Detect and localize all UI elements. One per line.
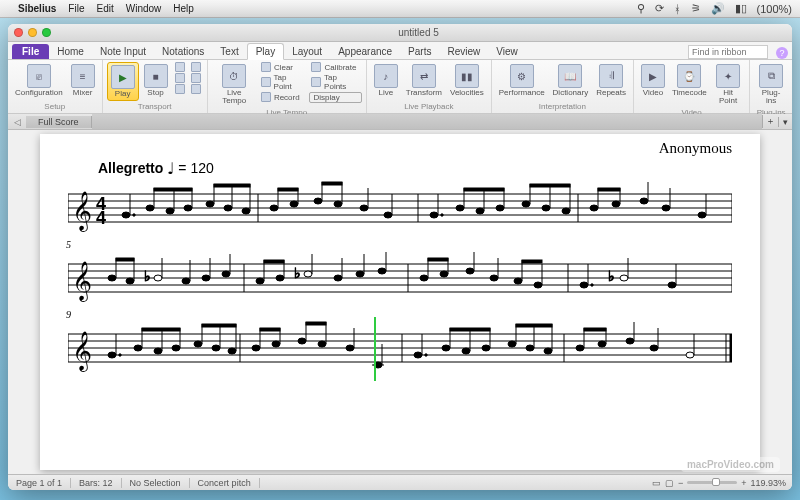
full-score-tab[interactable]: Full Score [26,116,92,128]
ribbon-tabs: File Home Note Input Notations Text Play… [8,42,792,60]
svg-point-44 [430,212,438,218]
wifi-icon[interactable]: ⚞ [691,2,701,15]
record-button[interactable]: Record [259,92,308,102]
page-icon[interactable]: ▢ [665,478,674,488]
repeats-button[interactable]: 𝄇Repeats [593,62,629,99]
fastfwd-button[interactable] [173,73,187,83]
ribbon-search-input[interactable] [688,45,768,59]
clear-button[interactable]: Clear [259,62,308,72]
live-playback-button[interactable]: ♪Live [371,62,401,99]
svg-point-120 [514,278,522,284]
bluetooth-icon[interactable]: ᚼ [674,3,681,15]
tap-point-button[interactable]: Tap Point [259,73,308,91]
rec-button[interactable] [189,84,203,94]
svg-text:♭: ♭ [144,268,151,284]
svg-text:♭: ♭ [294,265,301,281]
svg-point-89 [154,275,162,281]
group-transport: ▶Play ■Stop Transport [103,60,208,113]
svg-point-16 [146,205,154,211]
rewind-button[interactable] [173,62,187,72]
play-button[interactable]: ▶Play [107,62,139,101]
calibrate-button[interactable]: Calibrate [309,62,361,72]
tab-home[interactable]: Home [49,44,92,59]
svg-point-51 [496,205,504,211]
bar-number: 9 [66,309,71,320]
menu-app[interactable]: Sibelius [18,3,56,14]
staff-system-3: 9 𝄞 [68,320,732,378]
sync-icon[interactable]: ⟳ [655,2,664,15]
svg-point-152 [172,345,180,351]
svg-point-167 [298,338,306,344]
new-tab-button[interactable]: ＋ [762,115,778,128]
panorama-icon[interactable]: ▭ [652,478,661,488]
tab-play[interactable]: Play [247,43,284,60]
svg-rect-60 [530,184,570,187]
svg-point-68 [662,205,670,211]
display-button[interactable]: Display [309,92,361,103]
group-label: Live Playback [371,101,487,111]
menu-help[interactable]: Help [173,3,194,14]
menu-edit[interactable]: Edit [96,3,113,14]
status-selection: No Selection [122,478,190,488]
svg-text:𝄞: 𝄞 [72,191,92,232]
svg-point-56 [542,205,550,211]
transform-button[interactable]: ⇄Transform [403,62,445,99]
mixer-button[interactable]: ≡Mixer [68,62,98,99]
zoom-button[interactable] [42,28,51,37]
status-page: Page 1 of 1 [8,478,71,488]
tab-text[interactable]: Text [212,44,246,59]
app-window: untitled 5 File Home Note Input Notation… [8,24,792,490]
tab-parts[interactable]: Parts [400,44,439,59]
tab-note-input[interactable]: Note Input [92,44,154,59]
svg-rect-154 [142,328,180,331]
help-icon[interactable]: ? [776,47,788,59]
svg-point-131 [668,282,676,288]
velocities-button[interactable]: ▮▮Velocities [447,62,487,99]
svg-point-97 [256,278,264,284]
zoom-value[interactable]: 119.93% [750,478,786,488]
menu-window[interactable]: Window [126,3,162,14]
plugins-button[interactable]: ⧉Plug-ins [754,62,788,107]
configuration-button[interactable]: ⎚Configuration [12,62,66,99]
zoom-slider[interactable] [687,481,737,484]
staff-svg: 𝄞 ♭ ♭ [68,250,732,308]
spotlight-icon[interactable]: ⚲ [637,2,645,15]
zoom-in-button[interactable]: + [741,478,746,488]
svg-rect-166 [260,328,280,331]
svg-point-194 [576,345,584,351]
svg-rect-22 [154,188,192,191]
close-button[interactable] [14,28,23,37]
skip-fwd-button[interactable] [189,73,203,83]
hitpoint-button[interactable]: ✦Hit Point [711,62,745,107]
tab-view[interactable]: View [488,44,526,59]
svg-point-49 [476,208,484,214]
tap-points-button[interactable]: Tap Points [309,73,361,91]
volume-icon[interactable]: 🔊 [711,2,725,15]
battery-icon[interactable]: ▮▯ [735,2,747,15]
stop-button[interactable]: ■Stop [141,62,171,99]
minimize-button[interactable] [28,28,37,37]
svg-text:𝄞: 𝄞 [72,261,92,302]
dictionary-button[interactable]: 📖Dictionary [550,62,592,99]
score-viewport[interactable]: Anonymous Allegretto ♩ = 120 𝄞 4 4 [8,130,792,474]
tab-notations[interactable]: Notations [154,44,212,59]
tab-review[interactable]: Review [439,44,488,59]
performance-button[interactable]: ⚙Performance [496,62,548,99]
svg-point-184 [482,345,490,351]
svg-point-18 [166,208,174,214]
live-tempo-button[interactable]: ⏱Live Tempo [212,62,257,107]
file-tab[interactable]: File [12,44,49,59]
svg-point-95 [222,271,230,277]
back-button[interactable]: ◁ [8,117,26,127]
video-button[interactable]: ▶Video [638,62,668,99]
svg-point-187 [508,341,516,347]
skip-back-button[interactable] [189,62,203,72]
tab-menu-button[interactable]: ▾ [778,117,792,127]
timecode-button[interactable]: ⌚Timecode [670,62,709,99]
loop-button[interactable] [173,84,187,94]
tab-appearance[interactable]: Appearance [330,44,400,59]
menu-file[interactable]: File [68,3,84,14]
zoom-out-button[interactable]: − [678,478,683,488]
svg-point-105 [334,275,342,281]
tab-layout[interactable]: Layout [284,44,330,59]
